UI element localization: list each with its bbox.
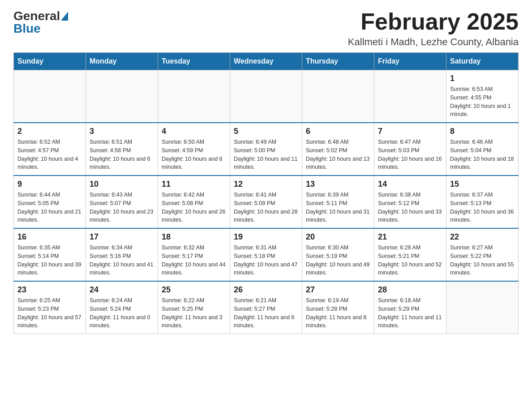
calendar-week-row-4: 23Sunrise: 6:25 AMSunset: 5:23 PMDayligh… — [14, 281, 519, 334]
calendar-cell: 5Sunrise: 6:49 AMSunset: 5:00 PMDaylight… — [230, 123, 302, 176]
day-info: Sunrise: 6:50 AMSunset: 4:59 PMDaylight:… — [162, 138, 226, 171]
day-info: Sunrise: 6:44 AMSunset: 5:05 PMDaylight:… — [17, 191, 82, 224]
calendar-cell: 14Sunrise: 6:38 AMSunset: 5:12 PMDayligh… — [374, 176, 446, 228]
day-number: 25 — [162, 285, 226, 295]
header-saturday: Saturday — [446, 53, 519, 70]
calendar-cell: 4Sunrise: 6:50 AMSunset: 4:59 PMDaylight… — [158, 123, 230, 176]
calendar-cell: 6Sunrise: 6:48 AMSunset: 5:02 PMDaylight… — [302, 123, 374, 176]
calendar-cell: 2Sunrise: 6:52 AMSunset: 4:57 PMDaylight… — [14, 123, 86, 176]
day-number: 10 — [90, 180, 154, 189]
day-info: Sunrise: 6:19 AMSunset: 5:28 PMDaylight:… — [306, 296, 370, 330]
calendar-cell: 20Sunrise: 6:30 AMSunset: 5:19 PMDayligh… — [302, 228, 374, 281]
header-thursday: Thursday — [302, 53, 374, 70]
calendar-cell: 13Sunrise: 6:39 AMSunset: 5:11 PMDayligh… — [302, 176, 374, 228]
day-number: 19 — [234, 232, 298, 242]
day-info: Sunrise: 6:27 AMSunset: 5:22 PMDaylight:… — [450, 244, 515, 277]
calendar-week-row-2: 9Sunrise: 6:44 AMSunset: 5:05 PMDaylight… — [14, 176, 519, 228]
day-number: 17 — [90, 232, 154, 242]
day-number: 5 — [234, 127, 298, 136]
calendar-cell: 26Sunrise: 6:21 AMSunset: 5:27 PMDayligh… — [230, 281, 302, 334]
day-info: Sunrise: 6:25 AMSunset: 5:23 PMDaylight:… — [17, 296, 82, 330]
day-info: Sunrise: 6:38 AMSunset: 5:12 PMDaylight:… — [378, 191, 442, 224]
header-sunday: Sunday — [14, 53, 86, 70]
day-info: Sunrise: 6:22 AMSunset: 5:25 PMDaylight:… — [162, 296, 226, 330]
calendar-cell — [446, 281, 519, 334]
calendar-cell — [374, 70, 446, 123]
calendar-cell: 10Sunrise: 6:43 AMSunset: 5:07 PMDayligh… — [86, 176, 158, 228]
calendar-week-row-3: 16Sunrise: 6:35 AMSunset: 5:14 PMDayligh… — [14, 228, 519, 281]
day-info: Sunrise: 6:47 AMSunset: 5:03 PMDaylight:… — [378, 138, 442, 171]
header-tuesday: Tuesday — [158, 53, 230, 70]
calendar-table: Sunday Monday Tuesday Wednesday Thursday… — [13, 52, 519, 334]
day-info: Sunrise: 6:30 AMSunset: 5:19 PMDaylight:… — [306, 244, 370, 277]
day-info: Sunrise: 6:28 AMSunset: 5:21 PMDaylight:… — [378, 244, 442, 277]
location-title: Kallmeti i Madh, Lezhe County, Albania — [348, 36, 519, 48]
day-number: 14 — [378, 180, 442, 189]
day-info: Sunrise: 6:37 AMSunset: 5:13 PMDaylight:… — [450, 191, 515, 224]
day-info: Sunrise: 6:34 AMSunset: 5:16 PMDaylight:… — [90, 244, 154, 277]
calendar-cell: 22Sunrise: 6:27 AMSunset: 5:22 PMDayligh… — [446, 228, 519, 281]
logo-arrow-icon — [61, 12, 68, 21]
day-number: 1 — [450, 74, 515, 83]
day-info: Sunrise: 6:35 AMSunset: 5:14 PMDaylight:… — [17, 244, 82, 277]
day-number: 21 — [378, 232, 442, 242]
calendar-cell: 15Sunrise: 6:37 AMSunset: 5:13 PMDayligh… — [446, 176, 519, 228]
page-header: General Blue February 2025 Kallmeti i Ma… — [13, 9, 519, 48]
day-info: Sunrise: 6:43 AMSunset: 5:07 PMDaylight:… — [90, 191, 154, 224]
title-section: February 2025 Kallmeti i Madh, Lezhe Cou… — [348, 9, 519, 48]
calendar-cell: 18Sunrise: 6:32 AMSunset: 5:17 PMDayligh… — [158, 228, 230, 281]
header-monday: Monday — [86, 53, 158, 70]
header-friday: Friday — [374, 53, 446, 70]
day-number: 2 — [17, 127, 82, 136]
day-info: Sunrise: 6:32 AMSunset: 5:17 PMDaylight:… — [162, 244, 226, 277]
day-info: Sunrise: 6:41 AMSunset: 5:09 PMDaylight:… — [234, 191, 298, 224]
calendar-cell: 27Sunrise: 6:19 AMSunset: 5:28 PMDayligh… — [302, 281, 374, 334]
calendar-cell — [14, 70, 86, 123]
day-number: 8 — [450, 127, 515, 136]
day-number: 9 — [17, 180, 82, 189]
day-info: Sunrise: 6:18 AMSunset: 5:29 PMDaylight:… — [378, 296, 442, 330]
day-number: 26 — [234, 285, 298, 295]
calendar-cell: 17Sunrise: 6:34 AMSunset: 5:16 PMDayligh… — [86, 228, 158, 281]
calendar-cell: 23Sunrise: 6:25 AMSunset: 5:23 PMDayligh… — [14, 281, 86, 334]
calendar-cell: 9Sunrise: 6:44 AMSunset: 5:05 PMDaylight… — [14, 176, 86, 228]
day-number: 3 — [90, 127, 154, 136]
calendar-header-row: Sunday Monday Tuesday Wednesday Thursday… — [14, 53, 519, 70]
calendar-cell: 7Sunrise: 6:47 AMSunset: 5:03 PMDaylight… — [374, 123, 446, 176]
calendar-week-row-0: 1Sunrise: 6:53 AMSunset: 4:55 PMDaylight… — [14, 70, 519, 123]
calendar-cell — [302, 70, 374, 123]
day-info: Sunrise: 6:53 AMSunset: 4:55 PMDaylight:… — [450, 85, 515, 119]
calendar-cell: 19Sunrise: 6:31 AMSunset: 5:18 PMDayligh… — [230, 228, 302, 281]
logo: General Blue — [13, 9, 68, 36]
logo-blue-text: Blue — [13, 21, 41, 36]
calendar-cell — [158, 70, 230, 123]
day-info: Sunrise: 6:31 AMSunset: 5:18 PMDaylight:… — [234, 244, 298, 277]
day-info: Sunrise: 6:48 AMSunset: 5:02 PMDaylight:… — [306, 138, 370, 171]
calendar-cell: 8Sunrise: 6:46 AMSunset: 5:04 PMDaylight… — [446, 123, 519, 176]
month-title: February 2025 — [348, 9, 519, 34]
day-info: Sunrise: 6:42 AMSunset: 5:08 PMDaylight:… — [162, 191, 226, 224]
calendar-cell: 28Sunrise: 6:18 AMSunset: 5:29 PMDayligh… — [374, 281, 446, 334]
calendar-week-row-1: 2Sunrise: 6:52 AMSunset: 4:57 PMDaylight… — [14, 123, 519, 176]
day-number: 12 — [234, 180, 298, 189]
day-number: 23 — [17, 285, 82, 295]
day-number: 11 — [162, 180, 226, 189]
day-number: 6 — [306, 127, 370, 136]
calendar-cell: 12Sunrise: 6:41 AMSunset: 5:09 PMDayligh… — [230, 176, 302, 228]
day-info: Sunrise: 6:21 AMSunset: 5:27 PMDaylight:… — [234, 296, 298, 330]
calendar-cell — [230, 70, 302, 123]
day-number: 20 — [306, 232, 370, 242]
day-number: 24 — [90, 285, 154, 295]
day-number: 18 — [162, 232, 226, 242]
header-wednesday: Wednesday — [230, 53, 302, 70]
calendar-cell: 21Sunrise: 6:28 AMSunset: 5:21 PMDayligh… — [374, 228, 446, 281]
calendar-cell: 25Sunrise: 6:22 AMSunset: 5:25 PMDayligh… — [158, 281, 230, 334]
calendar-cell: 16Sunrise: 6:35 AMSunset: 5:14 PMDayligh… — [14, 228, 86, 281]
day-info: Sunrise: 6:51 AMSunset: 4:58 PMDaylight:… — [90, 138, 154, 171]
day-number: 27 — [306, 285, 370, 295]
day-info: Sunrise: 6:46 AMSunset: 5:04 PMDaylight:… — [450, 138, 515, 171]
calendar-cell — [86, 70, 158, 123]
calendar-cell: 11Sunrise: 6:42 AMSunset: 5:08 PMDayligh… — [158, 176, 230, 228]
day-info: Sunrise: 6:24 AMSunset: 5:24 PMDaylight:… — [90, 296, 154, 330]
day-number: 13 — [306, 180, 370, 189]
